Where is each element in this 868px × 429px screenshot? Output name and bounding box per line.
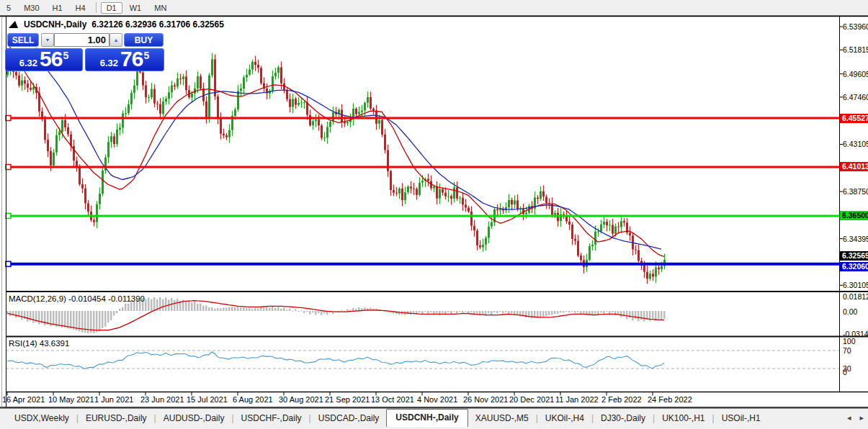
chart-tab-uk100-h1[interactable]: UK100-,H1 [655,410,712,427]
chart-symbol-period: USDCNH-,Daily [24,19,86,30]
volume-input[interactable] [54,33,109,47]
candlestick-layer [6,53,666,284]
rsi-tick-label: 0 [843,368,868,376]
date-label: 6 Aug 2021 [233,395,273,404]
buy-price-prefix: 6.32 [100,58,118,68]
macd-label: MACD(12,26,9) -0.010454 -0.011390 [9,294,145,303]
buy-price-sup: 5 [143,50,149,61]
chart-tab-usdx-weekly[interactable]: USDX,Weekly [7,410,76,427]
chart-tab-usoil-h1[interactable]: USOil-,H1 [715,410,768,427]
buy-price-display[interactable]: 6.32 76 5 [85,48,164,71]
price-tick-label: 6.38750 [843,187,868,196]
date-label: 15 Jul 2021 [187,395,228,404]
price-tick-label: 6.47460 [843,93,868,101]
one-click-trade-panel: SELL ▼ ▲ BUY 6.32 56 5 6.32 76 5 [5,32,164,71]
rsi-level-lines [6,351,839,369]
date-label: 13 Oct 2021 [371,395,414,404]
trading-platform-window: 5M30H1H4D1W1MN USDCNH-,Daily 6.32126 6.3… [0,0,868,429]
tabs-scroll-right-icon[interactable]: ▸ [855,413,868,427]
chart-ohlc-values: 6.32126 6.32936 6.31706 6.32565 [91,19,224,30]
chart-tab-ukoil-h4[interactable]: UKOil-,H4 [538,410,591,427]
chart-tab-eurusd-daily[interactable]: EURUSD-,Daily [79,410,154,427]
price-tick-label: 6.49605 [843,70,868,78]
date-label: 24 Feb 2022 [648,395,692,404]
price-badge-6.32565: 6.32565 [840,251,868,261]
date-label: 1 Jun 2021 [94,395,133,404]
chart-tab-dj30-daily[interactable]: DJ30-,Daily [594,410,653,427]
date-label: 11 Jan 2022 [555,395,599,404]
date-label: 16 Apr 2021 [2,395,45,404]
chart-tab-audusd-daily[interactable]: AUDUSD-,Daily [156,410,232,427]
chart-marker-icon [8,20,19,29]
rsi-tick-label: 100 [843,337,868,346]
tabs-scroll-left-icon[interactable]: ◂ [843,413,856,427]
price-tick-label: 6.43105 [843,140,868,148]
volume-increase-button[interactable]: ▲ [109,33,122,47]
rsi-label: RSI(14) 43.6391 [9,339,69,348]
date-label: 21 Sep 2021 [325,395,370,404]
price-badge-6.41013: 6.41013 [840,162,868,171]
buy-button[interactable]: BUY [124,33,164,47]
date-label: 10 May 2021 [48,395,94,404]
price-tick-label: 6.30105 [843,281,868,289]
chart-tab-bar: USDX,Weekly|EURUSD-,Daily|AUDUSD-,Daily|… [0,408,868,427]
price-badge-6.32060: 6.32060 [840,262,868,271]
chart-tab-xauusd-m5[interactable]: XAUUSD-,M5 [468,410,536,427]
price-tick-label: 6.34395 [843,235,868,243]
chart-tab-usdchf-daily[interactable]: USDCHF-,Daily [234,410,309,427]
date-label: 23 Jun 2021 [140,395,184,404]
chart-tab-usdcad-daily[interactable]: USDCAD-,Daily [311,410,387,427]
price-tick-label: 6.53960 [843,22,868,31]
sell-button[interactable]: SELL [7,33,39,47]
sell-price-display[interactable]: 6.32 56 5 [5,48,83,71]
date-label: 4 Nov 2021 [417,395,457,404]
date-label: 2 Feb 2022 [601,395,642,404]
chart-title-row: USDCNH-,Daily 6.32126 6.32936 6.31706 6.… [8,19,224,30]
volume-decrease-button[interactable]: ▼ [41,33,54,47]
date-label: 20 Dec 2021 [509,395,554,404]
date-label: 26 Nov 2021 [463,395,508,404]
price-badge-6.45527: 6.45527 [840,114,868,123]
sell-price-prefix: 6.32 [19,58,37,68]
ma-fast-line[interactable] [7,42,664,257]
rsi-tick-label: 70 [843,346,868,355]
horizontal-line-6.45527[interactable] [6,116,839,121]
macd-tick-label: 0.00 [843,307,868,316]
date-label: 30 Aug 2021 [279,395,323,404]
buy-price-big: 76 [120,50,143,68]
rsi-line [7,352,664,369]
horizontal-line-6.3206[interactable] [6,261,839,266]
pane-borders [0,17,868,408]
horizontal-line-6.41013[interactable] [6,165,839,170]
price-badge-6.36500: 6.36500 [840,211,868,220]
price-tick-label: 6.51815 [843,45,868,54]
chart-tab-usdcnh-daily[interactable]: USDCNH-,Daily [386,409,467,427]
sell-price-sup: 5 [63,50,68,61]
horizontal-line-6.365[interactable] [6,213,839,218]
sell-price-big: 56 [40,50,62,68]
macd-tick-label: 0.018129 [843,292,868,301]
